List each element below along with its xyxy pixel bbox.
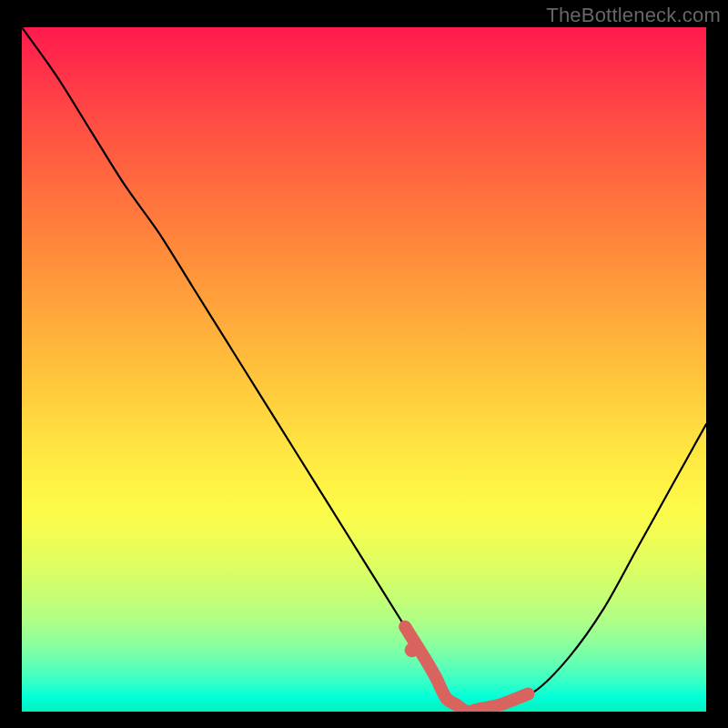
chart-plot-area [22,27,706,712]
bottleneck-curve-line [22,27,706,712]
bottleneck-curve-highlight [405,627,528,712]
watermark-text: TheBottleneck.com [546,4,721,27]
chart-svg [22,27,706,712]
